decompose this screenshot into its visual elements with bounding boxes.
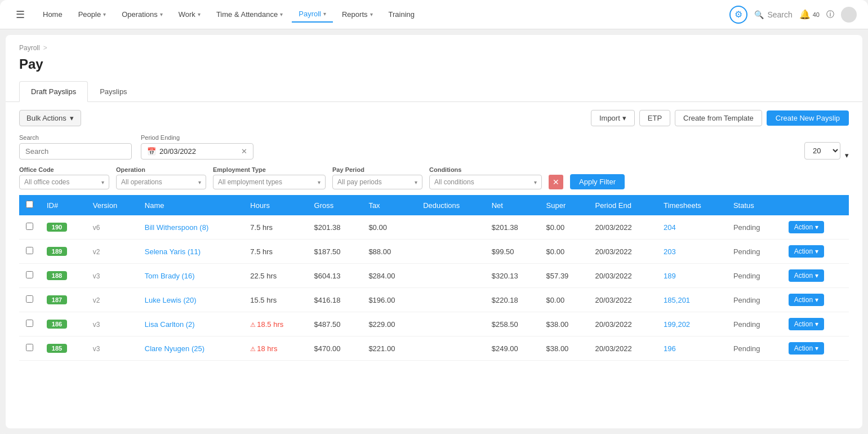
row-timesheets[interactable]: 203 bbox=[657, 240, 727, 264]
select-all-header[interactable] bbox=[19, 195, 40, 215]
warning-icon: ⚠ bbox=[250, 346, 256, 352]
row-checkbox[interactable] bbox=[26, 320, 33, 327]
row-checkbox[interactable] bbox=[26, 271, 33, 278]
row-timesheets[interactable]: 189 bbox=[657, 264, 727, 288]
operation-select[interactable]: All operations ▾ bbox=[116, 175, 206, 189]
nav-item-people[interactable]: People ▾ bbox=[72, 7, 113, 22]
action-button[interactable]: Action ▾ bbox=[789, 245, 824, 258]
per-page-filter: 20 10 50 100 ▾ bbox=[804, 142, 849, 160]
select-all-checkbox[interactable] bbox=[26, 201, 33, 208]
action-button[interactable]: Action ▾ bbox=[789, 342, 824, 355]
import-button[interactable]: Import ▾ bbox=[591, 110, 635, 126]
row-net: $99.50 bbox=[485, 240, 540, 264]
col-timesheets: Timesheets bbox=[657, 195, 727, 215]
row-version: v6 bbox=[86, 215, 138, 240]
chevron-down-icon: ▾ bbox=[534, 179, 537, 185]
row-net: $201.38 bbox=[485, 215, 540, 240]
breadcrumb-parent[interactable]: Payroll bbox=[19, 44, 40, 52]
table-row: 190 v6 Bill Witherspoon (8) 7.5 hrs $201… bbox=[19, 215, 849, 240]
row-name[interactable]: Lisa Carlton (2) bbox=[138, 312, 244, 336]
chevron-down-icon: ▾ bbox=[280, 11, 283, 17]
nav-item-payroll[interactable]: Payroll ▾ bbox=[292, 6, 333, 23]
row-deductions bbox=[416, 240, 484, 264]
row-checkbox[interactable] bbox=[26, 223, 33, 230]
nav-right: ⚙ 🔍 Search 🔔 40 ⓘ bbox=[729, 6, 857, 24]
id-badge: 188 bbox=[47, 271, 67, 280]
row-name[interactable]: Luke Lewis (20) bbox=[138, 288, 244, 312]
row-action-cell: Action ▾ bbox=[782, 264, 849, 288]
page-title: Pay bbox=[6, 54, 862, 81]
apply-filter-button[interactable]: Apply Filter bbox=[570, 174, 625, 189]
chevron-down-icon: ▾ bbox=[815, 296, 818, 304]
row-status: Pending bbox=[727, 240, 782, 264]
hamburger-button[interactable]: ☰ bbox=[11, 6, 29, 24]
row-name[interactable]: Clare Nyugen (25) bbox=[138, 336, 244, 361]
id-badge: 189 bbox=[47, 247, 67, 256]
search-icon: 🔍 bbox=[754, 10, 764, 19]
search-label: Search bbox=[19, 134, 132, 141]
row-checkbox-cell[interactable] bbox=[19, 312, 40, 336]
create-from-template-button[interactable]: Create from Template bbox=[675, 110, 762, 126]
nav-item-operations[interactable]: Operations ▾ bbox=[115, 7, 170, 22]
row-checkbox-cell[interactable] bbox=[19, 215, 40, 240]
period-ending-input[interactable]: 📅 20/03/2022 ✕ bbox=[141, 143, 253, 160]
action-button[interactable]: Action ▾ bbox=[789, 294, 824, 306]
row-checkbox[interactable] bbox=[26, 247, 33, 254]
search-input[interactable] bbox=[19, 143, 132, 160]
notification-area: 🔔 40 bbox=[799, 9, 820, 20]
bell-icon[interactable]: 🔔 bbox=[799, 9, 811, 20]
row-name[interactable]: Selena Yaris (11) bbox=[138, 240, 244, 264]
row-status: Pending bbox=[727, 336, 782, 361]
nav-item-home[interactable]: Home bbox=[36, 7, 69, 22]
nav-item-time-attendance[interactable]: Time & Attendance ▾ bbox=[210, 7, 290, 22]
employment-type-select[interactable]: All employment types ▾ bbox=[213, 175, 326, 189]
global-search[interactable]: 🔍 Search bbox=[754, 10, 792, 19]
tab-payslips[interactable]: Payslips bbox=[88, 81, 139, 102]
row-net: $220.18 bbox=[485, 288, 540, 312]
row-version: v2 bbox=[86, 240, 138, 264]
row-checkbox-cell[interactable] bbox=[19, 240, 40, 264]
action-button[interactable]: Action ▾ bbox=[789, 269, 824, 282]
row-hours: 22.5 hrs bbox=[243, 264, 307, 288]
nav-item-training[interactable]: Training bbox=[382, 7, 421, 22]
row-name[interactable]: Bill Witherspoon (8) bbox=[138, 215, 244, 240]
create-new-payslip-button[interactable]: Create New Payslip bbox=[767, 110, 849, 126]
top-nav: ☰ Home People ▾ Operations ▾ Work ▾ Time… bbox=[0, 0, 868, 29]
row-name[interactable]: Tom Brady (16) bbox=[138, 264, 244, 288]
office-code-select[interactable]: All office codes ▾ bbox=[19, 175, 109, 189]
row-timesheets[interactable]: 185,201 bbox=[657, 288, 727, 312]
chevron-down-icon: ▾ bbox=[370, 11, 373, 17]
action-button[interactable]: Action ▾ bbox=[789, 318, 824, 330]
conditions-select[interactable]: All conditions ▾ bbox=[429, 175, 542, 189]
row-id: 187 bbox=[40, 288, 86, 312]
row-gross: $487.50 bbox=[308, 312, 362, 336]
nav-item-work[interactable]: Work ▾ bbox=[172, 7, 207, 22]
etp-button[interactable]: ETP bbox=[639, 110, 670, 126]
per-page-select[interactable]: 20 10 50 100 bbox=[804, 142, 840, 160]
col-super: Super bbox=[540, 195, 589, 215]
settings-gear-button[interactable]: ⚙ bbox=[729, 6, 747, 24]
tab-draft-payslips[interactable]: Draft Payslips bbox=[19, 81, 88, 102]
row-checkbox-cell[interactable] bbox=[19, 336, 40, 361]
row-timesheets[interactable]: 204 bbox=[657, 215, 727, 240]
row-checkbox-cell[interactable] bbox=[19, 288, 40, 312]
row-super: $0.00 bbox=[540, 240, 589, 264]
row-checkbox[interactable] bbox=[26, 344, 33, 351]
table-header-row: ID# Version Name Hours Gross Tax Deducti… bbox=[19, 195, 849, 215]
nav-item-reports[interactable]: Reports ▾ bbox=[335, 7, 380, 22]
avatar[interactable] bbox=[841, 7, 857, 23]
chevron-down-icon: ▾ bbox=[70, 114, 74, 122]
action-button[interactable]: Action ▾ bbox=[789, 221, 824, 233]
row-checkbox[interactable] bbox=[26, 295, 33, 303]
help-icon[interactable]: ⓘ bbox=[826, 10, 834, 20]
bulk-actions-button[interactable]: Bulk Actions ▾ bbox=[19, 110, 81, 126]
row-timesheets[interactable]: 199,202 bbox=[657, 312, 727, 336]
pay-period-select[interactable]: All pay periods ▾ bbox=[332, 175, 422, 189]
clear-date-icon[interactable]: ✕ bbox=[241, 147, 247, 156]
row-timesheets[interactable]: 196 bbox=[657, 336, 727, 361]
col-net: Net bbox=[485, 195, 540, 215]
col-deductions: Deductions bbox=[416, 195, 484, 215]
row-checkbox-cell[interactable] bbox=[19, 264, 40, 288]
clear-filter-button[interactable]: ✕ bbox=[549, 175, 563, 189]
row-hours: 7.5 hrs bbox=[243, 215, 307, 240]
